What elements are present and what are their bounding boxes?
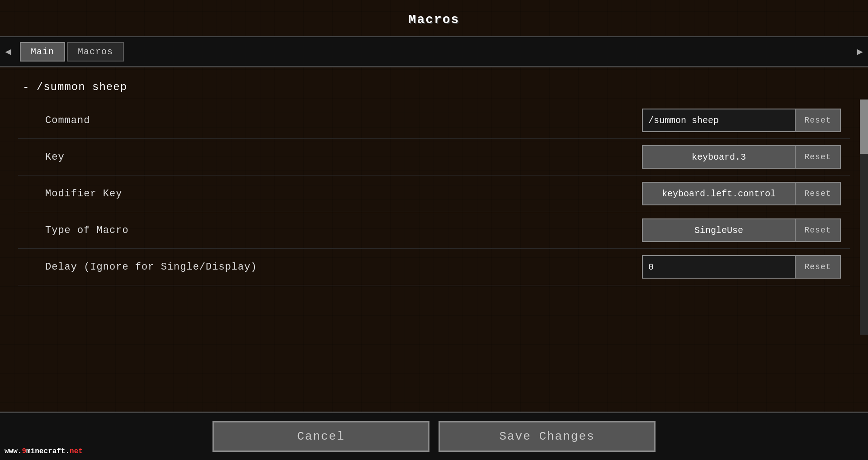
content-area: - /summon sheep Command Reset Key Reset — [0, 67, 868, 460]
watermark: www.9minecraft.net — [5, 447, 83, 455]
tab-arrow-right[interactable]: ▶ — [852, 41, 868, 62]
scrollbar-track — [860, 100, 868, 335]
setting-label-key: Key — [45, 152, 642, 163]
bottom-bar: Cancel Save Changes — [0, 412, 868, 460]
setting-row-modifier-key: Modifier Key Reset — [18, 175, 850, 212]
watermark-text: www. — [5, 447, 22, 455]
setting-label-type-of-macro: Type of Macro — [45, 225, 642, 236]
delay-input[interactable] — [642, 255, 796, 279]
cancel-button[interactable]: Cancel — [212, 421, 429, 452]
settings-list: Command Reset Key Reset Modifier Key — [18, 102, 850, 285]
watermark-nine: 9 — [22, 447, 26, 455]
tab-macros[interactable]: Macros — [67, 42, 124, 62]
tab-bar: ◀ Main Macros ▶ — [0, 36, 868, 67]
setting-label-delay: Delay (Ignore for Single/Display) — [45, 261, 642, 273]
type-of-macro-input[interactable] — [642, 218, 796, 242]
save-changes-button[interactable]: Save Changes — [439, 421, 656, 452]
modifier-key-reset-button[interactable]: Reset — [796, 182, 841, 205]
watermark-minecraft: minecraft. — [26, 447, 70, 455]
setting-row-type-of-macro: Type of Macro Reset — [18, 212, 850, 249]
setting-controls-delay: Reset — [642, 255, 841, 279]
command-input[interactable] — [642, 109, 796, 132]
setting-label-command: Command — [45, 115, 642, 126]
macro-group: - /summon sheep Command Reset Key Reset — [18, 81, 850, 285]
setting-controls-type-of-macro: Reset — [642, 218, 841, 242]
setting-controls-command: Reset — [642, 109, 841, 132]
type-of-macro-reset-button[interactable]: Reset — [796, 218, 841, 242]
watermark-net: net — [70, 447, 83, 455]
setting-label-modifier-key: Modifier Key — [45, 188, 642, 199]
tab-main[interactable]: Main — [20, 42, 65, 62]
command-reset-button[interactable]: Reset — [796, 109, 841, 132]
modifier-key-input[interactable] — [642, 182, 796, 205]
tab-arrow-left[interactable]: ◀ — [0, 41, 16, 62]
scrollbar-thumb[interactable] — [860, 100, 868, 154]
key-reset-button[interactable]: Reset — [796, 145, 841, 169]
page-title: Macros — [409, 13, 460, 27]
tab-list: Main Macros — [16, 42, 852, 62]
delay-reset-button[interactable]: Reset — [796, 255, 841, 279]
setting-row-key: Key Reset — [18, 139, 850, 175]
setting-controls-key: Reset — [642, 145, 841, 169]
macro-group-header: - /summon sheep — [18, 81, 850, 93]
setting-row-delay: Delay (Ignore for Single/Display) Reset — [18, 249, 850, 285]
setting-controls-modifier-key: Reset — [642, 182, 841, 205]
key-input[interactable] — [642, 145, 796, 169]
setting-row-command: Command Reset — [18, 102, 850, 139]
